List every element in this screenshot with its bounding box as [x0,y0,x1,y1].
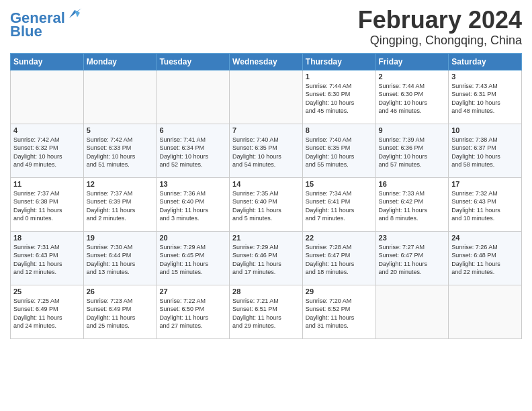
col-wednesday: Wednesday [230,53,303,70]
day-number: 14 [232,180,300,188]
day-info: Sunrise: 7:38 AM Sunset: 6:37 PM Dayligh… [451,136,519,169]
day-info: Sunrise: 7:36 AM Sunset: 6:40 PM Dayligh… [159,189,226,223]
day-info: Sunrise: 7:39 AM Sunset: 6:36 PM Dayligh… [379,136,446,169]
day-info: Sunrise: 7:26 AM Sunset: 6:48 PM Dayligh… [451,243,519,277]
table-row: 18Sunrise: 7:31 AM Sunset: 6:43 PM Dayli… [11,231,84,285]
table-row: 21Sunrise: 7:29 AM Sunset: 6:46 PM Dayli… [230,231,303,285]
day-number: 16 [379,180,446,188]
day-number: 5 [87,126,154,134]
table-row: 29Sunrise: 7:20 AM Sunset: 6:52 PM Dayli… [302,285,375,338]
calendar-week-row-3: 11Sunrise: 7:37 AM Sunset: 6:38 PM Dayli… [11,177,522,231]
day-number: 8 [306,126,373,134]
col-thursday: Thursday [302,53,375,70]
day-info: Sunrise: 7:33 AM Sunset: 6:42 PM Dayligh… [379,189,446,223]
table-row: 11Sunrise: 7:37 AM Sunset: 6:38 PM Dayli… [11,177,84,231]
calendar-subtitle: Qingping, Chongqing, China [358,34,522,48]
table-row [449,285,522,338]
day-number: 6 [159,126,226,134]
day-info: Sunrise: 7:32 AM Sunset: 6:43 PM Dayligh… [451,189,519,223]
day-info: Sunrise: 7:37 AM Sunset: 6:38 PM Dayligh… [13,189,81,223]
day-info: Sunrise: 7:27 AM Sunset: 6:47 PM Dayligh… [379,243,446,277]
day-info: Sunrise: 7:42 AM Sunset: 6:32 PM Dayligh… [13,136,81,169]
logo: General Blue [10,10,83,40]
day-info: Sunrise: 7:35 AM Sunset: 6:40 PM Dayligh… [232,189,300,223]
day-number: 26 [87,287,154,295]
table-row: 8Sunrise: 7:40 AM Sunset: 6:35 PM Daylig… [302,124,375,177]
day-info: Sunrise: 7:34 AM Sunset: 6:41 PM Dayligh… [306,189,373,223]
table-row: 22Sunrise: 7:28 AM Sunset: 6:47 PM Dayli… [302,231,375,285]
table-row: 28Sunrise: 7:21 AM Sunset: 6:51 PM Dayli… [230,285,303,338]
table-row: 20Sunrise: 7:29 AM Sunset: 6:45 PM Dayli… [157,231,230,285]
table-row [11,70,84,124]
day-info: Sunrise: 7:25 AM Sunset: 6:49 PM Dayligh… [13,297,81,330]
day-number: 18 [13,234,81,242]
day-info: Sunrise: 7:40 AM Sunset: 6:35 PM Dayligh… [232,136,300,169]
day-number: 17 [451,180,519,188]
title-block: February 2024 Qingping, Chongqing, China [358,7,522,48]
day-info: Sunrise: 7:21 AM Sunset: 6:51 PM Dayligh… [232,297,300,330]
table-row: 10Sunrise: 7:38 AM Sunset: 6:37 PM Dayli… [449,124,522,177]
day-number: 11 [13,180,81,188]
table-row: 13Sunrise: 7:36 AM Sunset: 6:40 PM Dayli… [157,177,230,231]
day-number: 4 [13,126,81,134]
svg-marker-0 [69,9,81,18]
day-info: Sunrise: 7:29 AM Sunset: 6:46 PM Dayligh… [232,243,300,277]
day-info: Sunrise: 7:22 AM Sunset: 6:50 PM Dayligh… [159,297,226,330]
calendar-body: 1Sunrise: 7:44 AM Sunset: 6:30 PM Daylig… [11,70,522,338]
table-row: 23Sunrise: 7:27 AM Sunset: 6:47 PM Dayli… [375,231,449,285]
calendar-week-row-5: 25Sunrise: 7:25 AM Sunset: 6:49 PM Dayli… [11,285,522,338]
table-row: 3Sunrise: 7:43 AM Sunset: 6:31 PM Daylig… [449,70,522,124]
day-number: 12 [87,180,154,188]
logo-text2: Blue [10,23,42,40]
day-number: 23 [379,234,446,242]
table-row: 16Sunrise: 7:33 AM Sunset: 6:42 PM Dayli… [375,177,449,231]
day-info: Sunrise: 7:44 AM Sunset: 6:30 PM Dayligh… [306,82,373,116]
table-row: 5Sunrise: 7:42 AM Sunset: 6:33 PM Daylig… [83,124,157,177]
day-number: 22 [306,234,373,242]
col-friday: Friday [375,53,449,70]
calendar-week-row-2: 4Sunrise: 7:42 AM Sunset: 6:32 PM Daylig… [11,124,522,177]
table-row: 15Sunrise: 7:34 AM Sunset: 6:41 PM Dayli… [302,177,375,231]
table-row: 14Sunrise: 7:35 AM Sunset: 6:40 PM Dayli… [230,177,303,231]
col-saturday: Saturday [449,53,522,70]
day-number: 2 [379,73,446,81]
table-row: 25Sunrise: 7:25 AM Sunset: 6:49 PM Dayli… [11,285,84,338]
header: General Blue February 2024 Qingping, Cho… [10,7,522,48]
day-number: 9 [379,126,446,134]
table-row: 6Sunrise: 7:41 AM Sunset: 6:34 PM Daylig… [157,124,230,177]
day-number: 27 [159,287,226,295]
col-tuesday: Tuesday [157,53,230,70]
page-container: General Blue February 2024 Qingping, Cho… [0,0,532,346]
table-row: 12Sunrise: 7:37 AM Sunset: 6:39 PM Dayli… [83,177,157,231]
day-number: 1 [306,73,373,81]
day-info: Sunrise: 7:43 AM Sunset: 6:31 PM Dayligh… [451,82,519,116]
day-number: 13 [159,180,226,188]
logo-bird-icon [66,7,83,24]
day-info: Sunrise: 7:20 AM Sunset: 6:52 PM Dayligh… [306,297,373,330]
table-row [375,285,449,338]
table-row: 1Sunrise: 7:44 AM Sunset: 6:30 PM Daylig… [302,70,375,124]
table-row: 17Sunrise: 7:32 AM Sunset: 6:43 PM Dayli… [449,177,522,231]
table-row [230,70,303,124]
table-row: 9Sunrise: 7:39 AM Sunset: 6:36 PM Daylig… [375,124,449,177]
day-info: Sunrise: 7:37 AM Sunset: 6:39 PM Dayligh… [87,189,154,223]
table-row: 4Sunrise: 7:42 AM Sunset: 6:32 PM Daylig… [11,124,84,177]
day-info: Sunrise: 7:29 AM Sunset: 6:45 PM Dayligh… [159,243,226,277]
table-row: 24Sunrise: 7:26 AM Sunset: 6:48 PM Dayli… [449,231,522,285]
day-number: 19 [87,234,154,242]
day-number: 15 [306,180,373,188]
day-number: 21 [232,234,300,242]
day-info: Sunrise: 7:23 AM Sunset: 6:49 PM Dayligh… [87,297,154,330]
day-info: Sunrise: 7:44 AM Sunset: 6:30 PM Dayligh… [379,82,446,116]
day-info: Sunrise: 7:42 AM Sunset: 6:33 PM Dayligh… [87,136,154,169]
table-row: 2Sunrise: 7:44 AM Sunset: 6:30 PM Daylig… [375,70,449,124]
calendar-header-row: Sunday Monday Tuesday Wednesday Thursday… [11,53,522,70]
day-info: Sunrise: 7:41 AM Sunset: 6:34 PM Dayligh… [159,136,226,169]
day-number: 3 [451,73,519,81]
day-info: Sunrise: 7:28 AM Sunset: 6:47 PM Dayligh… [306,243,373,277]
day-info: Sunrise: 7:31 AM Sunset: 6:43 PM Dayligh… [13,243,81,277]
calendar-table: Sunday Monday Tuesday Wednesday Thursday… [10,53,522,339]
table-row: 27Sunrise: 7:22 AM Sunset: 6:50 PM Dayli… [157,285,230,338]
table-row [83,70,157,124]
day-number: 7 [232,126,300,134]
